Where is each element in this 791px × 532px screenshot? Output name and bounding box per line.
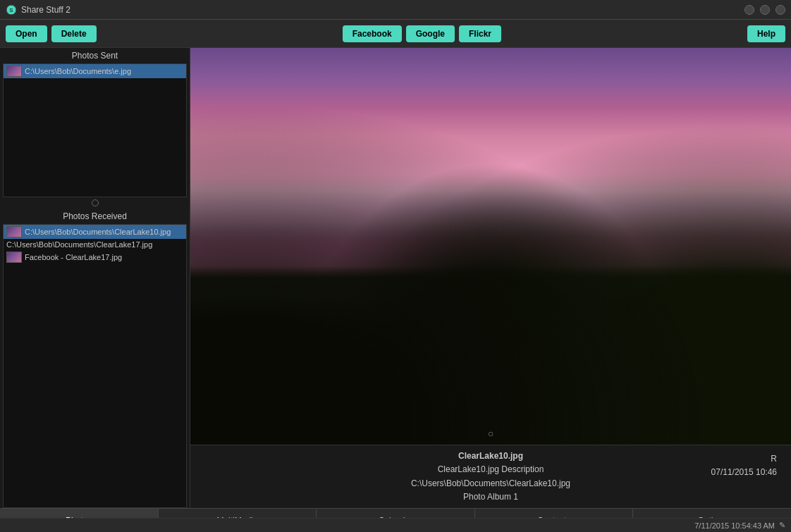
- left-panel: Photos Sent C:\Users\Bob\Documents\e.jpg…: [0, 48, 190, 508]
- app-title: Share Stuff 2: [21, 5, 70, 15]
- file-path: C:\Users\Bob\Documents\e.jpg: [25, 67, 131, 75]
- file-path: C:\Users\Bob\Documents\ClearLake17.jpg: [6, 240, 152, 249]
- photos-received-list[interactable]: C:\Users\Bob\Documents\ClearLake10.jpg C…: [3, 224, 187, 508]
- main-content: Photos Sent C:\Users\Bob\Documents\e.jpg…: [0, 48, 791, 508]
- file-path: C:\Users\Bob\Documents\ClearLake10.jpg: [25, 228, 171, 236]
- section-divider: [0, 197, 190, 209]
- statusbar: 7/11/2015 10:54:43 AM ✎: [0, 518, 791, 532]
- window-controls: [744, 5, 785, 15]
- open-button[interactable]: Open: [6, 25, 47, 42]
- photo-display: ○: [190, 48, 791, 445]
- photos-sent-list[interactable]: C:\Users\Bob\Documents\e.jpg: [3, 63, 187, 197]
- flickr-button[interactable]: Flickr: [459, 25, 501, 42]
- status-datetime: 7/11/2015 10:54:43 AM: [694, 521, 775, 530]
- photos-received-label: Photos Received: [0, 209, 190, 224]
- delete-button[interactable]: Delete: [51, 25, 97, 42]
- photo-filename: ClearLake10.jpg: [197, 450, 784, 463]
- status-datetime: 07/11/2015 10:46: [711, 466, 777, 479]
- app-icon: S: [6, 4, 17, 16]
- toolbar: Open Delete Facebook Google Flickr Help: [0, 20, 791, 48]
- divider-circle: [92, 199, 99, 206]
- photo-album: Photo Album 1: [197, 490, 784, 504]
- minimize-button[interactable]: [744, 5, 754, 15]
- status-icon: ✎: [779, 521, 785, 530]
- help-button[interactable]: Help: [747, 25, 785, 42]
- close-button[interactable]: [775, 5, 785, 15]
- thumbnail-icon: [6, 226, 22, 237]
- photo-image: [190, 48, 791, 445]
- list-item[interactable]: C:\Users\Bob\Documents\e.jpg: [4, 64, 186, 78]
- photo-status: R 07/11/2015 10:46: [711, 452, 777, 479]
- photo-info-bar: ClearLake10.jpg ClearLake10.jpg Descript…: [190, 445, 791, 508]
- titlebar: S Share Stuff 2: [0, 0, 791, 20]
- list-item[interactable]: C:\Users\Bob\Documents\ClearLake17.jpg: [4, 239, 186, 250]
- photo-scroll-indicator: ○: [488, 428, 493, 439]
- maximize-button[interactable]: [760, 5, 770, 15]
- file-path: Facebook - ClearLake17.jpg: [25, 253, 122, 261]
- thumbnail-icon: [6, 66, 22, 77]
- svg-text:S: S: [9, 7, 13, 13]
- thumbnail-icon: [6, 252, 22, 263]
- right-panel: ○ ClearLake10.jpg ClearLake10.jpg Descri…: [190, 48, 791, 508]
- list-item[interactable]: Facebook - ClearLake17.jpg: [4, 250, 186, 264]
- facebook-button[interactable]: Facebook: [343, 25, 402, 42]
- list-item[interactable]: C:\Users\Bob\Documents\ClearLake10.jpg: [4, 225, 186, 239]
- photos-received-section: Photos Received C:\Users\Bob\Documents\C…: [0, 209, 190, 508]
- photos-sent-section: Photos Sent C:\Users\Bob\Documents\e.jpg: [0, 48, 190, 197]
- status-letter: R: [711, 452, 777, 466]
- photo-description: ClearLake10.jpg Description: [197, 463, 784, 476]
- photo-filepath: C:\Users\Bob\Documents\ClearLake10.jpg: [197, 477, 784, 490]
- google-button[interactable]: Google: [406, 25, 455, 42]
- photos-sent-label: Photos Sent: [0, 48, 190, 63]
